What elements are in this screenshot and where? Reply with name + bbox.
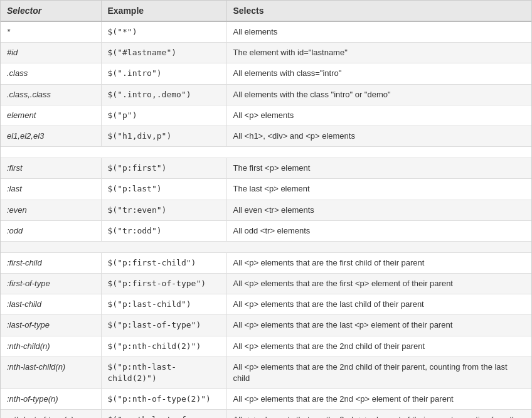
selects-cell: All odd <tr> elements bbox=[226, 220, 531, 241]
selector-cell: :first-child bbox=[1, 252, 101, 273]
selector-cell: .class,.class bbox=[1, 84, 101, 105]
table-row: :first-child$("p:first-child")All <p> el… bbox=[1, 252, 531, 273]
selector-cell: :last-child bbox=[1, 294, 101, 315]
table-row: :last$("p:last")The last <p> element bbox=[1, 179, 531, 200]
selector-cell: :nth-last-child(n) bbox=[1, 356, 101, 389]
selector-cell: .class bbox=[1, 63, 101, 84]
table-row: element$("p")All <p> elements bbox=[1, 105, 531, 126]
selector-cell: #id bbox=[1, 43, 101, 63]
selects-cell: All <p> elements that are the last child… bbox=[226, 294, 531, 315]
selector-cell: :last-of-type bbox=[1, 315, 101, 336]
selects-cell: The last <p> element bbox=[226, 179, 531, 200]
selects-cell: All <h1>, <div> and <p> elements bbox=[226, 126, 531, 146]
table-row: :even$("tr:even")All even <tr> elements bbox=[1, 200, 531, 220]
table-row: *$("*")All elements bbox=[1, 21, 531, 43]
selects-cell: All elements with class="intro" bbox=[226, 63, 531, 84]
example-cell: $("h1,div,p") bbox=[101, 126, 226, 146]
example-cell: $("#lastname") bbox=[101, 43, 226, 63]
table-row: #id$("#lastname")The element with id="la… bbox=[1, 43, 531, 63]
table-row bbox=[1, 147, 531, 158]
example-cell: $("p:nth-last-of-type(2)") bbox=[101, 410, 226, 418]
selects-cell: All <p> elements that are the 2nd child … bbox=[226, 356, 531, 389]
table-row: .class,.class$(".intro,.demo")All elemen… bbox=[1, 84, 531, 105]
example-cell: $("p:last-of-type") bbox=[101, 315, 226, 336]
example-cell: $(".intro") bbox=[101, 63, 226, 84]
selects-cell: The element with id="lastname" bbox=[226, 43, 531, 63]
selects-cell: All even <tr> elements bbox=[226, 200, 531, 220]
table-row: :nth-last-child(n)$("p:nth-last-child(2)… bbox=[1, 356, 531, 389]
example-cell: $("p:first-of-type") bbox=[101, 274, 226, 294]
selector-cell: :even bbox=[1, 200, 101, 220]
table-row: :nth-of-type(n)$("p:nth-of-type(2)")All … bbox=[1, 389, 531, 410]
example-cell: $("p:last") bbox=[101, 179, 226, 200]
table-row: :last-of-type$("p:last-of-type")All <p> … bbox=[1, 315, 531, 336]
header-selector: Selector bbox=[1, 1, 101, 21]
table-row: :odd$("tr:odd")All odd <tr> elements bbox=[1, 220, 531, 241]
selector-cell: :last bbox=[1, 179, 101, 200]
example-cell: $("p:first") bbox=[101, 158, 226, 179]
selects-cell: All <p> elements that are the last <p> e… bbox=[226, 315, 531, 336]
selects-cell: All <p> elements that are the 2nd child … bbox=[226, 336, 531, 356]
example-cell: $("p:nth-of-type(2)") bbox=[101, 389, 226, 410]
table-row bbox=[1, 241, 531, 252]
selector-cell: :odd bbox=[1, 220, 101, 241]
example-cell: $("p:nth-last-child(2)") bbox=[101, 356, 226, 389]
example-cell: $("p:first-child") bbox=[101, 252, 226, 273]
header-selects: Selects bbox=[226, 1, 531, 21]
selects-cell: All <p> elements that are the first chil… bbox=[226, 252, 531, 273]
table-row: el1,el2,el3$("h1,div,p")All <h1>, <div> … bbox=[1, 126, 531, 146]
selector-cell: el1,el2,el3 bbox=[1, 126, 101, 146]
selects-cell: All <p> elements bbox=[226, 105, 531, 126]
selects-cell: The first <p> element bbox=[226, 158, 531, 179]
example-cell: $("p:last-child") bbox=[101, 294, 226, 315]
selector-cell: :nth-child(n) bbox=[1, 336, 101, 356]
example-cell: $("p") bbox=[101, 105, 226, 126]
selects-cell: All elements bbox=[226, 21, 531, 43]
table-row: :nth-last-of-type(n)$("p:nth-last-of-typ… bbox=[1, 410, 531, 418]
selects-cell: All <p> elements that are the first <p> … bbox=[226, 274, 531, 294]
header-example: Example bbox=[101, 1, 226, 21]
selects-cell: All elements with the class "intro" or "… bbox=[226, 84, 531, 105]
selects-cell: All <p> elements that are the 2nd <p> el… bbox=[226, 410, 531, 418]
example-cell: $("tr:odd") bbox=[101, 220, 226, 241]
reference-table: Selector Example Selects *$("*")All elem… bbox=[0, 0, 532, 418]
table-row: .class$(".intro")All elements with class… bbox=[1, 63, 531, 84]
table-row: :nth-child(n)$("p:nth-child(2)")All <p> … bbox=[1, 336, 531, 356]
table-row: :last-child$("p:last-child")All <p> elem… bbox=[1, 294, 531, 315]
selector-cell: :nth-last-of-type(n) bbox=[1, 410, 101, 418]
example-cell: $("p:nth-child(2)") bbox=[101, 336, 226, 356]
selector-cell: element bbox=[1, 105, 101, 126]
table-row: :first$("p:first")The first <p> element bbox=[1, 158, 531, 179]
example-cell: $("tr:even") bbox=[101, 200, 226, 220]
selects-cell: All <p> elements that are the 2nd <p> el… bbox=[226, 389, 531, 410]
selector-cell: :nth-of-type(n) bbox=[1, 389, 101, 410]
selector-cell: :first-of-type bbox=[1, 274, 101, 294]
selector-cell: * bbox=[1, 21, 101, 43]
example-cell: $("*") bbox=[101, 21, 226, 43]
table-header-row: Selector Example Selects bbox=[1, 1, 531, 21]
example-cell: $(".intro,.demo") bbox=[101, 84, 226, 105]
table-row: :first-of-type$("p:first-of-type")All <p… bbox=[1, 274, 531, 294]
selector-cell: :first bbox=[1, 158, 101, 179]
